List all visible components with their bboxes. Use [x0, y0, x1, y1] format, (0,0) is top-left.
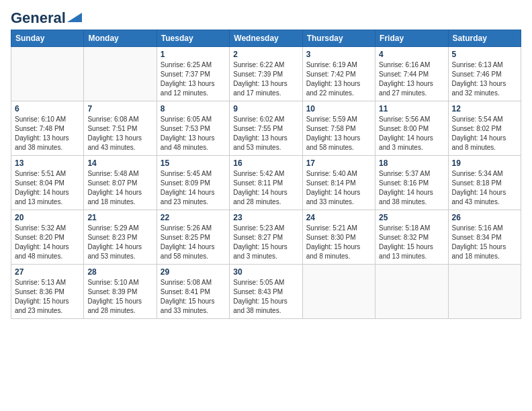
day-info: Sunrise: 6:08 AM Sunset: 7:51 PM Dayligh… [87, 115, 152, 152]
day-number: 26 [452, 213, 517, 222]
calendar-empty-cell [375, 265, 448, 319]
day-number: 24 [306, 213, 371, 222]
day-number: 2 [233, 50, 298, 59]
calendar: SundayMondayTuesdayWednesdayThursdayFrid… [11, 30, 521, 319]
calendar-header-row: SundayMondayTuesdayWednesdayThursdayFrid… [11, 30, 521, 47]
day-info: Sunrise: 5:16 AM Sunset: 8:34 PM Dayligh… [452, 224, 517, 261]
day-info: Sunrise: 5:05 AM Sunset: 8:43 PM Dayligh… [233, 278, 298, 316]
day-info: Sunrise: 5:10 AM Sunset: 8:39 PM Dayligh… [87, 278, 152, 316]
day-number: 20 [15, 213, 80, 222]
calendar-day-13: 13Sunrise: 5:51 AM Sunset: 8:04 PM Dayli… [11, 156, 84, 210]
calendar-day-11: 11Sunrise: 5:56 AM Sunset: 8:00 PM Dayli… [375, 101, 448, 156]
day-number: 30 [233, 267, 298, 277]
day-info: Sunrise: 6:22 AM Sunset: 7:39 PM Dayligh… [233, 60, 298, 98]
day-number: 22 [161, 213, 226, 222]
calendar-day-2: 2Sunrise: 6:22 AM Sunset: 7:39 PM Daylig… [230, 47, 302, 101]
day-number: 10 [306, 104, 371, 113]
day-number: 15 [161, 158, 226, 168]
day-info: Sunrise: 5:37 AM Sunset: 8:16 PM Dayligh… [379, 169, 444, 207]
calendar-day-24: 24Sunrise: 5:21 AM Sunset: 8:30 PM Dayli… [302, 210, 375, 265]
calendar-day-29: 29Sunrise: 5:08 AM Sunset: 8:41 PM Dayli… [157, 265, 229, 319]
weekday-header-wednesday: Wednesday [230, 30, 302, 47]
day-number: 28 [87, 267, 152, 277]
day-number: 9 [233, 104, 298, 113]
calendar-day-10: 10Sunrise: 5:59 AM Sunset: 7:58 PM Dayli… [302, 101, 375, 156]
calendar-empty-cell [11, 47, 84, 101]
calendar-day-12: 12Sunrise: 5:54 AM Sunset: 8:02 PM Dayli… [448, 101, 521, 156]
day-number: 4 [379, 50, 444, 59]
calendar-day-3: 3Sunrise: 6:19 AM Sunset: 7:42 PM Daylig… [302, 47, 375, 101]
calendar-day-21: 21Sunrise: 5:29 AM Sunset: 8:23 PM Dayli… [84, 210, 157, 265]
calendar-day-19: 19Sunrise: 5:34 AM Sunset: 8:18 PM Dayli… [448, 156, 521, 210]
day-info: Sunrise: 5:45 AM Sunset: 8:09 PM Dayligh… [161, 169, 226, 207]
day-number: 8 [161, 104, 226, 113]
weekday-header-monday: Monday [84, 30, 157, 47]
day-info: Sunrise: 6:16 AM Sunset: 7:44 PM Dayligh… [379, 60, 444, 98]
calendar-day-25: 25Sunrise: 5:18 AM Sunset: 8:32 PM Dayli… [375, 210, 448, 265]
day-info: Sunrise: 5:29 AM Sunset: 8:23 PM Dayligh… [87, 224, 152, 261]
weekday-header-sunday: Sunday [11, 30, 84, 47]
day-number: 12 [452, 104, 517, 113]
day-number: 18 [379, 158, 444, 168]
calendar-day-26: 26Sunrise: 5:16 AM Sunset: 8:34 PM Dayli… [448, 210, 521, 265]
day-info: Sunrise: 6:05 AM Sunset: 7:53 PM Dayligh… [161, 115, 226, 152]
day-info: Sunrise: 5:42 AM Sunset: 8:11 PM Dayligh… [233, 169, 298, 207]
day-info: Sunrise: 5:23 AM Sunset: 8:27 PM Dayligh… [233, 224, 298, 261]
day-number: 25 [379, 213, 444, 222]
day-number: 21 [87, 213, 152, 222]
calendar-week-row: 13Sunrise: 5:51 AM Sunset: 8:04 PM Dayli… [11, 156, 521, 210]
day-info: Sunrise: 6:19 AM Sunset: 7:42 PM Dayligh… [306, 60, 371, 98]
day-number: 11 [379, 104, 444, 113]
calendar-day-18: 18Sunrise: 5:37 AM Sunset: 8:16 PM Dayli… [375, 156, 448, 210]
day-info: Sunrise: 5:59 AM Sunset: 7:58 PM Dayligh… [306, 115, 371, 152]
day-info: Sunrise: 5:48 AM Sunset: 8:07 PM Dayligh… [87, 169, 152, 207]
weekday-header-saturday: Saturday [448, 30, 521, 47]
day-info: Sunrise: 5:32 AM Sunset: 8:20 PM Dayligh… [15, 224, 80, 261]
calendar-week-row: 6Sunrise: 6:10 AM Sunset: 7:48 PM Daylig… [11, 101, 521, 156]
svg-marker-0 [67, 13, 82, 22]
calendar-day-9: 9Sunrise: 6:02 AM Sunset: 7:55 PM Daylig… [230, 101, 302, 156]
calendar-day-23: 23Sunrise: 5:23 AM Sunset: 8:27 PM Dayli… [230, 210, 302, 265]
calendar-day-4: 4Sunrise: 6:16 AM Sunset: 7:44 PM Daylig… [375, 47, 448, 101]
day-info: Sunrise: 5:26 AM Sunset: 8:25 PM Dayligh… [161, 224, 226, 261]
day-number: 23 [233, 213, 298, 222]
day-info: Sunrise: 6:02 AM Sunset: 7:55 PM Dayligh… [233, 115, 298, 152]
day-number: 16 [233, 158, 298, 168]
day-number: 17 [306, 158, 371, 168]
weekday-header-tuesday: Tuesday [157, 30, 229, 47]
calendar-empty-cell [448, 265, 521, 319]
calendar-day-27: 27Sunrise: 5:13 AM Sunset: 8:36 PM Dayli… [11, 265, 84, 319]
calendar-day-22: 22Sunrise: 5:26 AM Sunset: 8:25 PM Dayli… [157, 210, 229, 265]
calendar-day-1: 1Sunrise: 6:25 AM Sunset: 7:37 PM Daylig… [157, 47, 229, 101]
day-number: 7 [87, 104, 152, 113]
calendar-day-6: 6Sunrise: 6:10 AM Sunset: 7:48 PM Daylig… [11, 101, 84, 156]
day-number: 13 [15, 158, 80, 168]
day-info: Sunrise: 5:34 AM Sunset: 8:18 PM Dayligh… [452, 169, 517, 207]
calendar-empty-cell [302, 265, 375, 319]
weekday-header-friday: Friday [375, 30, 448, 47]
day-info: Sunrise: 5:21 AM Sunset: 8:30 PM Dayligh… [306, 224, 371, 261]
calendar-day-17: 17Sunrise: 5:40 AM Sunset: 8:14 PM Dayli… [302, 156, 375, 210]
day-info: Sunrise: 6:13 AM Sunset: 7:46 PM Dayligh… [452, 60, 517, 98]
calendar-day-16: 16Sunrise: 5:42 AM Sunset: 8:11 PM Dayli… [230, 156, 302, 210]
day-number: 27 [15, 267, 80, 277]
calendar-day-5: 5Sunrise: 6:13 AM Sunset: 7:46 PM Daylig… [448, 47, 521, 101]
day-number: 14 [87, 158, 152, 168]
day-info: Sunrise: 5:18 AM Sunset: 8:32 PM Dayligh… [379, 224, 444, 261]
logo: General [11, 11, 82, 24]
day-number: 19 [452, 158, 517, 168]
day-number: 1 [161, 50, 226, 59]
calendar-day-28: 28Sunrise: 5:10 AM Sunset: 8:39 PM Dayli… [84, 265, 157, 319]
day-info: Sunrise: 5:40 AM Sunset: 8:14 PM Dayligh… [306, 169, 371, 207]
day-number: 3 [306, 50, 371, 59]
calendar-day-30: 30Sunrise: 5:05 AM Sunset: 8:43 PM Dayli… [230, 265, 302, 319]
calendar-week-row: 20Sunrise: 5:32 AM Sunset: 8:20 PM Dayli… [11, 210, 521, 265]
weekday-header-thursday: Thursday [302, 30, 375, 47]
day-number: 5 [452, 50, 517, 59]
calendar-week-row: 27Sunrise: 5:13 AM Sunset: 8:36 PM Dayli… [11, 265, 521, 319]
day-info: Sunrise: 6:25 AM Sunset: 7:37 PM Dayligh… [161, 60, 226, 98]
day-info: Sunrise: 5:13 AM Sunset: 8:36 PM Dayligh… [15, 278, 80, 316]
calendar-day-8: 8Sunrise: 6:05 AM Sunset: 7:53 PM Daylig… [157, 101, 229, 156]
calendar-week-row: 1Sunrise: 6:25 AM Sunset: 7:37 PM Daylig… [11, 47, 521, 101]
day-info: Sunrise: 5:51 AM Sunset: 8:04 PM Dayligh… [15, 169, 80, 207]
